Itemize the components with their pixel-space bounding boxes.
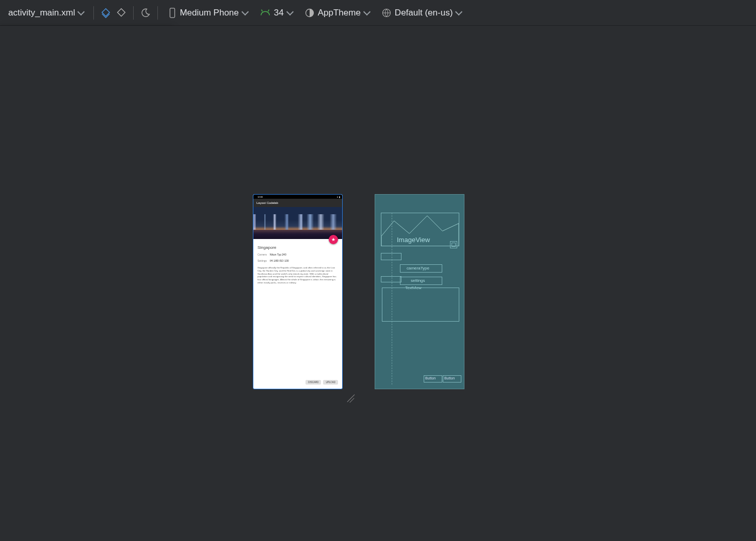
hero-image [253, 207, 342, 239]
contrast-icon [304, 8, 315, 18]
content-area: Singapore Camera Nikon Typ 240 Settings … [253, 239, 342, 289]
api-label: 34 [274, 8, 284, 18]
file-name-label: activity_main.xml [8, 8, 75, 18]
bp-title-chip[interactable] [381, 253, 401, 260]
bp-textview[interactable] [382, 288, 459, 322]
chevron-down-icon [78, 10, 83, 15]
design-canvas[interactable]: 12:00 ▾ ▮ Layout Codelab ★ Singapore Cam… [0, 26, 756, 541]
app-bar: Layout Codelab [253, 199, 342, 207]
bp-settings-chip[interactable]: settings [400, 277, 442, 285]
bp-settings-label-chip[interactable] [381, 276, 401, 282]
status-bar: 12:00 ▾ ▮ [253, 195, 342, 199]
orientation-icon[interactable] [115, 6, 128, 20]
status-time: 12:00 [258, 196, 263, 198]
night-mode-icon[interactable] [139, 6, 152, 20]
resize-handle[interactable] [345, 391, 357, 403]
button-bar: DISCARD UPLOAD [305, 380, 338, 385]
camera-label: Camera [258, 253, 267, 256]
bp-fab[interactable] [450, 241, 457, 248]
bp-camera-label: cameraType [407, 266, 429, 270]
wifi-icon: ▾ [337, 196, 338, 198]
discard-button[interactable]: DISCARD [305, 380, 321, 385]
camera-row: Camera Nikon Typ 240 [258, 253, 338, 256]
settings-value: f/4 1/80 ISO 100 [270, 259, 288, 262]
bp-camera-chip[interactable]: cameraType [400, 264, 442, 273]
bp-button2-label: Button [444, 376, 455, 380]
chevron-down-icon [456, 10, 461, 15]
settings-row: Settings f/4 1/80 ISO 100 [258, 259, 338, 262]
editor-toolbar: activity_main.xml Medium Phone 34 [0, 0, 756, 26]
divider [157, 6, 158, 20]
phone-icon [168, 7, 176, 19]
settings-label: Settings [258, 259, 267, 262]
globe-icon [381, 8, 392, 18]
battery-icon: ▮ [339, 196, 340, 198]
bp-button1-label: Button [425, 376, 436, 380]
bp-imageview-label: ImageView [397, 236, 430, 244]
bp-imageview[interactable]: ImageView [381, 213, 459, 246]
star-icon: ★ [331, 237, 335, 242]
chevron-down-icon [287, 10, 292, 15]
divider [93, 6, 94, 20]
bp-button-1[interactable]: Button [424, 375, 442, 383]
chevron-down-icon [242, 10, 247, 15]
theme-selector[interactable]: AppTheme [299, 5, 374, 21]
api-selector[interactable]: 34 [254, 5, 297, 21]
blueprint-preview[interactable]: ImageView cameraType settings TextView B… [375, 194, 464, 389]
content-title: Singapore [258, 245, 338, 250]
locale-label: Default (en-us) [395, 8, 453, 18]
device-selector[interactable]: Medium Phone [163, 4, 252, 22]
locale-selector[interactable]: Default (en-us) [376, 5, 466, 21]
body-text: Singapore officially the Republic of Sin… [258, 266, 338, 284]
bp-settings-label: settings [411, 278, 425, 283]
theme-label: AppTheme [318, 8, 361, 18]
fab-button[interactable]: ★ [329, 235, 338, 244]
chevron-down-icon [364, 10, 369, 15]
divider [133, 6, 134, 20]
camera-value: Nikon Typ 240 [270, 253, 286, 256]
svg-line-1 [261, 9, 262, 11]
bp-button-2[interactable]: Button [443, 375, 461, 383]
svg-rect-0 [170, 8, 175, 17]
file-selector[interactable]: activity_main.xml [5, 5, 88, 21]
upload-button[interactable]: UPLOAD [323, 380, 338, 385]
design-mode-icon[interactable] [99, 6, 112, 20]
device-label: Medium Phone [180, 8, 238, 18]
app-title: Layout Codelab [256, 201, 278, 204]
android-icon [260, 9, 271, 17]
design-preview[interactable]: 12:00 ▾ ▮ Layout Codelab ★ Singapore Cam… [253, 194, 343, 389]
svg-line-2 [268, 9, 269, 11]
